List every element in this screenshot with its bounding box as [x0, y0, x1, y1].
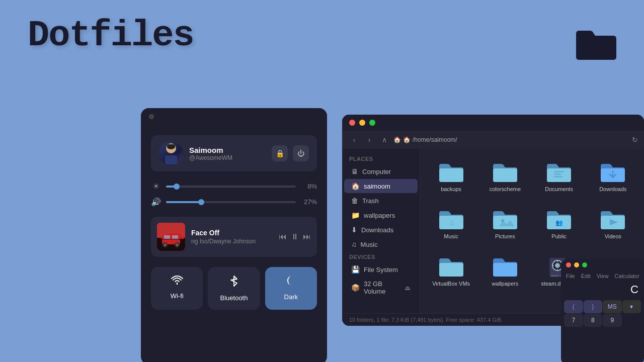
user-handle: @AwesomeWM — [189, 154, 272, 161]
dark-mode-icon — [285, 275, 296, 289]
pictures-label: Pictures — [495, 233, 515, 239]
file-item-videos[interactable]: Videos — [590, 204, 636, 243]
calc-menu-edit[interactable]: Edit — [581, 273, 591, 279]
svg-point-13 — [176, 244, 179, 246]
music-folder-label: Music — [444, 233, 458, 239]
user-profile: Saimoom @AwesomeWM 🔒 ⏻ — [151, 135, 317, 171]
refresh-button[interactable]: ↻ — [632, 136, 638, 144]
calc-menu-calculator[interactable]: Calculator — [614, 273, 639, 279]
computer-label: Computer — [362, 168, 391, 175]
bottom-buttons: Wi-fi Bluetooth Dark — [151, 267, 317, 310]
downloads-label: Downloads — [361, 226, 393, 234]
calc-close-paren[interactable]: ) — [584, 300, 603, 313]
file-item-wallpapers[interactable]: wallpapers — [482, 251, 528, 291]
music-controls: ⏮ ⏸ ⏭ — [279, 232, 311, 241]
calc-7[interactable]: 7 — [564, 314, 583, 327]
fm-sidebar: Places 🖥 Computer 🏠 saimoom 🗑 Trash 📁 wa… — [342, 149, 420, 313]
bluetooth-button[interactable]: Bluetooth — [208, 267, 260, 310]
music-artist: ng Iso/Dwayne Johnson — [191, 238, 273, 245]
calc-close[interactable] — [566, 262, 571, 267]
sidebar-item-music[interactable]: ♫ Music — [344, 237, 418, 251]
calc-menu-file[interactable]: File — [566, 273, 575, 279]
bluetooth-label: Bluetooth — [220, 294, 248, 302]
power-button[interactable]: ⏻ — [293, 145, 309, 161]
panel-dot — [149, 114, 154, 119]
calc-ms[interactable]: MS — [603, 300, 622, 313]
volume-label: 32 GB Volume — [364, 280, 400, 295]
music-title: Face Off — [191, 229, 273, 237]
close-dot[interactable] — [349, 120, 355, 126]
sidebar-item-computer[interactable]: 🖥 Computer — [344, 164, 418, 178]
downloads-icon: ⬇ — [351, 226, 357, 234]
wifi-button[interactable]: Wi-fi — [151, 267, 203, 310]
calculator: File Edit View Calculator C ( ) MS ▾ 7 8… — [561, 259, 644, 362]
calc-titlebar — [561, 259, 644, 271]
svg-point-11 — [164, 244, 167, 246]
calc-menu-view[interactable]: View — [597, 273, 609, 279]
calc-9[interactable]: 9 — [603, 314, 622, 327]
volume-track[interactable] — [166, 201, 296, 203]
calc-ms-dropdown[interactable]: ▾ — [622, 300, 641, 313]
home-path-icon: 🏠 — [393, 136, 401, 143]
bluetooth-icon — [230, 275, 238, 290]
maximize-dot[interactable] — [369, 120, 375, 126]
panel-header — [141, 108, 327, 125]
file-item-colorscheme[interactable]: colorscheme — [482, 157, 528, 196]
colorscheme-label: colorscheme — [490, 186, 521, 192]
file-item-music[interactable]: ♫ Music — [428, 204, 474, 243]
sidebar-item-filesystem[interactable]: 💾 File System — [344, 262, 418, 277]
file-item-backups[interactable]: backups — [428, 157, 474, 196]
calc-display: C — [561, 281, 644, 300]
svg-point-1 — [150, 116, 152, 118]
sidebar-item-saimoom[interactable]: 🏠 saimoom — [344, 179, 418, 193]
calc-minimize[interactable] — [574, 262, 579, 267]
sidebar-item-volume[interactable]: 📦 32 GB Volume ⏏ — [344, 277, 418, 298]
system-tray-panel: Saimoom @AwesomeWM 🔒 ⏻ ☀ 8% 🔊 — [141, 108, 327, 362]
brightness-track[interactable] — [166, 186, 296, 188]
prev-button[interactable]: ⏮ — [279, 232, 287, 241]
calc-open-paren[interactable]: ( — [564, 300, 583, 313]
volume-icon: 🔊 — [151, 197, 161, 207]
folder-icon — [576, 28, 616, 60]
calc-buttons: ( ) MS ▾ 7 8 9 — [561, 300, 644, 330]
file-item-documents[interactable]: Documents — [536, 157, 582, 196]
sidebar-item-trash[interactable]: 🗑 Trash — [344, 194, 418, 208]
fm-toolbar: ‹ › ∧ 🏠 🏠 /home/saimoom/ ↻ — [342, 131, 644, 149]
fm-titlebar — [342, 115, 644, 131]
album-art — [157, 223, 185, 251]
volume-value: 27% — [301, 198, 317, 206]
lock-button[interactable]: 🔒 — [272, 145, 288, 161]
back-button[interactable]: ‹ — [348, 134, 360, 146]
public-label: Public — [551, 233, 567, 239]
wallpapers-label: wallpapers — [364, 212, 395, 219]
page-title: Dotfiles — [28, 15, 194, 56]
dark-mode-button[interactable]: Dark — [265, 267, 317, 310]
minimize-dot[interactable] — [359, 120, 365, 126]
places-label: Places — [342, 154, 420, 164]
file-item-virtualbox[interactable]: VirtualBox VMs — [428, 251, 474, 291]
wifi-label: Wi-fi — [171, 292, 184, 300]
file-item-pictures[interactable]: Pictures — [482, 204, 528, 243]
path-text: /home/saimoom/ — [413, 136, 457, 143]
videos-label: Videos — [605, 233, 621, 239]
calc-8[interactable]: 8 — [584, 314, 603, 327]
music-label: Music — [361, 241, 378, 248]
next-button[interactable]: ⏭ — [303, 232, 311, 241]
pause-button[interactable]: ⏸ — [291, 232, 299, 241]
calc-maximize[interactable] — [582, 262, 587, 267]
trash-icon: 🗑 — [351, 197, 358, 205]
volume-slider-row: 🔊 27% — [151, 197, 317, 207]
eject-icon[interactable]: ⏏ — [405, 284, 411, 292]
sidebar-item-wallpapers[interactable]: 📁 wallpapers — [344, 208, 418, 222]
music-player: Face Off ng Iso/Dwayne Johnson ⏮ ⏸ ⏭ — [151, 217, 317, 257]
forward-button[interactable]: › — [363, 134, 375, 146]
svg-rect-6 — [167, 144, 175, 148]
virtualbox-label: VirtualBox VMs — [432, 281, 470, 287]
calc-menubar: File Edit View Calculator — [561, 271, 644, 281]
music-info: Face Off ng Iso/Dwayne Johnson — [191, 229, 273, 245]
svg-rect-17 — [554, 173, 561, 175]
up-button[interactable]: ∧ — [378, 134, 390, 146]
file-item-downloads[interactable]: Downloads — [590, 157, 636, 196]
sidebar-item-downloads[interactable]: ⬇ Downloads — [344, 223, 418, 237]
file-item-public[interactable]: 👥 Public — [536, 204, 582, 243]
